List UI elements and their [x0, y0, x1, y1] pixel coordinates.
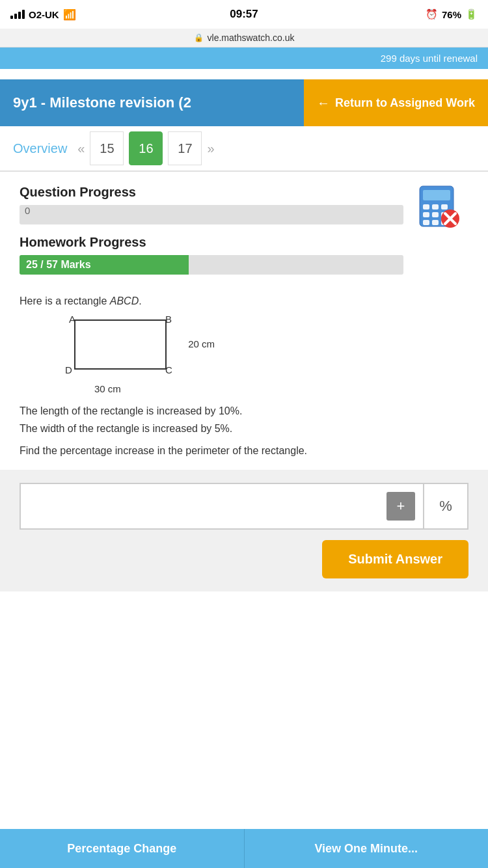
page-17[interactable]: 17 [168, 131, 202, 165]
rectangle-diagram: A B C D [59, 314, 182, 379]
plus-button[interactable]: + [386, 492, 415, 521]
corner-c: C [165, 364, 172, 375]
svg-rect-1 [423, 190, 450, 200]
corner-d: D [65, 364, 72, 375]
renewal-banner: 299 days until renewal [0, 47, 488, 69]
page-title-text: 9y1 - Milestone revision (2 [13, 94, 191, 111]
homework-progress-bar: 25 / 57 Marks [20, 255, 403, 275]
bottom-nav-left[interactable]: Percentage Change [0, 829, 245, 868]
progress-section: Question Progress 0 Homework Progress 25… [20, 185, 468, 285]
return-arrow-icon: ← [317, 96, 330, 111]
rect-name: ABCD [110, 295, 139, 306]
calculator-icon-area [416, 185, 468, 237]
question-progress-fill: 0 [20, 205, 403, 224]
question-ask: Find the percentage increase in the peri… [20, 445, 468, 457]
answer-section: + % Submit Answer [0, 470, 488, 591]
url-text: vle.mathswatch.co.uk [208, 33, 295, 43]
wifi-icon: 📶 [63, 8, 76, 21]
homework-progress-fill: 25 / 57 Marks [20, 255, 189, 275]
svg-rect-3 [432, 204, 439, 210]
svg-rect-8 [423, 220, 429, 225]
svg-rect-4 [441, 204, 448, 210]
width-label: 30 cm [94, 383, 121, 394]
status-left: O2-UK 📶 [10, 8, 76, 21]
return-label: Return to Assigned Work [335, 96, 475, 110]
main-content: Question Progress 0 Homework Progress 25… [0, 172, 488, 617]
prev-arrow[interactable]: « [77, 141, 85, 156]
diagram-container: A B C D 20 cm 30 cm [59, 314, 208, 392]
answer-input[interactable] [21, 484, 386, 528]
corner-b: B [165, 314, 172, 325]
progress-left: Question Progress 0 Homework Progress 25… [20, 185, 403, 285]
page-16[interactable]: 16 [129, 131, 163, 165]
signal-bars [10, 10, 25, 19]
question-progress-bar: 0 [20, 205, 403, 224]
overview-tab[interactable]: Overview [13, 141, 67, 156]
return-button[interactable]: ← Return to Assigned Work [304, 79, 488, 126]
question-progress-label: Question Progress [20, 185, 403, 200]
svg-rect-9 [432, 220, 439, 225]
time-label: 09:57 [230, 8, 258, 21]
status-right: ⏰ 76% 🔋 [426, 8, 478, 20]
bottom-nav: Percentage Change View One Minute... [0, 829, 488, 868]
percent-label: % [424, 483, 468, 530]
question-progress-value: 0 [20, 205, 35, 220]
battery-icon: 🔋 [465, 8, 478, 20]
renewal-text: 299 days until renewal [381, 53, 478, 64]
carrier-label: O2-UK [29, 9, 59, 20]
height-label: 20 cm [188, 338, 215, 349]
submit-button[interactable]: Submit Answer [322, 540, 468, 578]
page-15[interactable]: 15 [90, 131, 124, 165]
nav-tabs: Overview « 15 16 17 » [0, 126, 488, 172]
submit-row: Submit Answer [20, 540, 468, 578]
svg-rect-5 [423, 212, 429, 217]
svg-rect-2 [423, 204, 429, 210]
calculator-icon [416, 185, 462, 230]
svg-rect-6 [432, 212, 439, 217]
detail-1: The length of the rectangle is increased… [20, 405, 242, 416]
page-header: 9y1 - Milestone revision (2 ← Return to … [0, 79, 488, 126]
detail-2: The width of the rectangle is increased … [20, 423, 232, 434]
page-title: 9y1 - Milestone revision (2 [0, 79, 304, 126]
url-bar: 🔒 vle.mathswatch.co.uk [0, 29, 488, 47]
question-intro: Here is a rectangle ABCD. [20, 295, 468, 307]
battery-label: 76% [442, 9, 461, 20]
svg-rect-14 [75, 320, 166, 369]
bottom-nav-right[interactable]: View One Minute... [245, 829, 489, 868]
question-details: The length of the rectangle is increased… [20, 402, 468, 437]
lock-icon: 🔒 [194, 33, 204, 42]
answer-input-row: + % [20, 483, 468, 530]
homework-progress-value: 25 / 57 Marks [26, 259, 91, 271]
status-bar: O2-UK 📶 09:57 ⏰ 76% 🔋 [0, 0, 488, 29]
corner-a: A [69, 314, 75, 325]
homework-progress-label: Homework Progress [20, 235, 403, 250]
answer-input-wrapper: + [20, 483, 424, 530]
next-arrow[interactable]: » [207, 141, 214, 156]
alarm-icon: ⏰ [426, 8, 438, 20]
question-area: Here is a rectangle ABCD. A B C D 20 cm … [20, 295, 468, 457]
